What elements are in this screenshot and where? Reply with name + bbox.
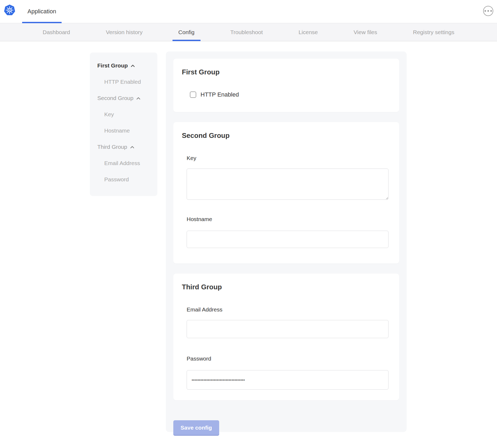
tab-view-files[interactable]: View files [348, 23, 383, 41]
sidebar-item-label: First Group [97, 62, 128, 69]
key-field: Key Hostname [187, 155, 388, 248]
http-enabled-label: HTTP Enabled [201, 91, 239, 98]
password-label: Password [187, 355, 388, 362]
key-label: Key [187, 155, 388, 162]
tab-registry-settings[interactable]: Registry settings [407, 23, 460, 41]
hostname-label: Hostname [187, 216, 388, 223]
email-address-label: Email Address [187, 306, 388, 313]
app-header: Application [0, 0, 497, 23]
group-title: First Group [182, 68, 391, 76]
sidebar-item-label: Key [104, 111, 114, 118]
sidebar-item-label: Third Group [97, 143, 127, 150]
http-enabled-checkbox[interactable] [190, 91, 196, 98]
sidebar-item-label: Second Group [97, 95, 133, 102]
app-tab-label: Application [27, 8, 56, 15]
kubernetes-logo [4, 4, 15, 16]
save-config-button[interactable]: Save config [173, 420, 219, 435]
chevron-up-icon [130, 63, 135, 68]
email-password-fields: Email Address Password [187, 306, 388, 390]
email-address-input[interactable] [187, 320, 388, 338]
sidebar-item-email-address[interactable]: Email Address [97, 160, 152, 167]
ellipsis-icon [484, 10, 492, 12]
sidebar-item-label: HTTP Enabled [104, 78, 141, 85]
key-textarea[interactable] [187, 169, 388, 200]
config-card-first-group: First Group HTTP Enabled [173, 59, 399, 112]
tab-troubleshoot[interactable]: Troubleshoot [225, 23, 269, 41]
tab-dashboard[interactable]: Dashboard [37, 23, 76, 41]
http-enabled-row: HTTP Enabled [190, 91, 391, 98]
tab-config[interactable]: Config [173, 23, 201, 41]
group-title: Second Group [182, 131, 391, 140]
password-input[interactable] [187, 370, 388, 390]
chevron-up-icon [136, 96, 141, 101]
tab-license[interactable]: License [293, 23, 324, 41]
chevron-up-icon [130, 145, 135, 150]
config-panel: First Group HTTP Enabled Second Group Ke… [166, 51, 407, 432]
sidebar-item-second-group[interactable]: Second Group [97, 95, 152, 102]
sidebar-item-label: Email Address [104, 160, 140, 167]
sidebar-item-http-enabled[interactable]: HTTP Enabled [97, 78, 152, 85]
sidebar-item-first-group[interactable]: First Group [97, 62, 152, 69]
sidebar-item-label: Hostname [104, 127, 130, 134]
sidebar-item-label: Password [104, 176, 129, 183]
config-page: First Group HTTP Enabled Second Group Ke… [0, 41, 497, 448]
more-menu-button[interactable] [483, 6, 493, 16]
sidebar-item-password[interactable]: Password [97, 176, 152, 183]
sidebar-item-third-group[interactable]: Third Group [97, 143, 152, 150]
tab-application[interactable]: Application [22, 0, 62, 23]
sidebar-item-hostname[interactable]: Hostname [97, 127, 152, 134]
group-title: Third Group [182, 283, 391, 291]
app-subnav: Dashboard Version history Config Trouble… [0, 23, 497, 41]
config-card-second-group: Second Group Key Hostname [173, 122, 399, 263]
sidebar-item-key[interactable]: Key [97, 111, 152, 118]
config-sidebar: First Group HTTP Enabled Second Group Ke… [90, 53, 157, 196]
tab-version-history[interactable]: Version history [100, 23, 149, 41]
config-card-third-group: Third Group Email Address Password [173, 274, 399, 400]
hostname-input[interactable] [187, 231, 388, 248]
